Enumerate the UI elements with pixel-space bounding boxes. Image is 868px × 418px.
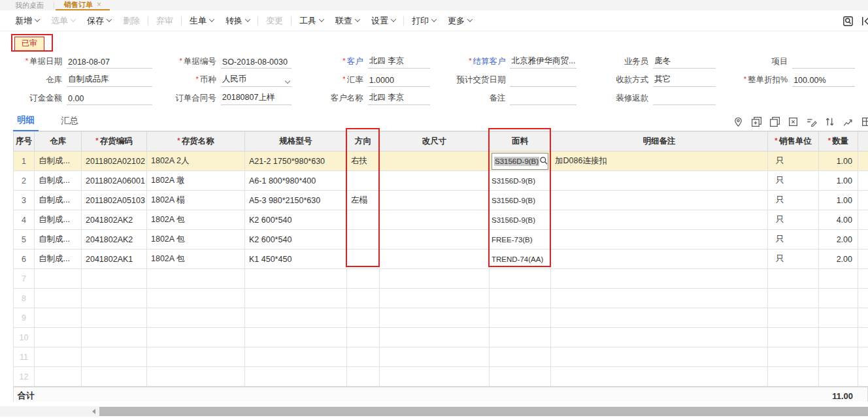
renovation-refund-input[interactable] xyxy=(653,103,716,105)
col-qty[interactable]: 数量 xyxy=(819,132,858,152)
first-record-icon[interactable] xyxy=(860,16,868,27)
tab-sales-order[interactable]: 销售订单 × xyxy=(56,0,110,10)
unapprove-button[interactable]: 弃审 xyxy=(150,15,179,27)
close-tab-icon[interactable]: × xyxy=(97,0,101,9)
settings-button[interactable]: 设置 xyxy=(365,15,401,27)
col-detail-remark[interactable]: 明细备注 xyxy=(551,132,768,152)
col-item-code[interactable]: 存货编码 xyxy=(82,132,147,152)
swap-rows-icon[interactable] xyxy=(824,116,835,127)
remark-input[interactable] xyxy=(510,103,576,105)
detail-tabs: 明细 汇总 xyxy=(13,114,868,131)
col-spec[interactable]: 规格型号 xyxy=(245,132,347,152)
col-sales-unit[interactable]: 销售单位 xyxy=(768,132,819,152)
pick-list-button[interactable]: 选单 xyxy=(45,15,81,27)
warehouse-input[interactable]: 自制成品库 xyxy=(67,74,152,87)
chevron-down-icon xyxy=(467,16,473,22)
contract-no-input[interactable]: 20180807上样 xyxy=(221,92,292,105)
grid-row-1[interactable]: 1 自制成... 2011802A02102 1802A 2人 A21-2 17… xyxy=(14,152,868,171)
grid-row-empty[interactable]: 12 xyxy=(14,367,868,387)
grid-row-5[interactable]: 5 自制成... 2041802AK2 1802A 包 K2 600*540 F… xyxy=(14,230,868,249)
grid-row-empty[interactable]: 7 xyxy=(14,269,868,289)
table-grid-icon[interactable] xyxy=(861,116,868,127)
scroll-left-arrow-icon[interactable] xyxy=(92,409,95,414)
tools-button[interactable]: 工具 xyxy=(293,15,329,27)
chevron-down-icon xyxy=(71,16,76,22)
order-date-input[interactable]: 2018-08-07 xyxy=(67,57,152,69)
exchange-rate-input[interactable]: 1.0000 xyxy=(368,76,431,87)
project-input[interactable] xyxy=(792,67,855,69)
add-row-icon[interactable] xyxy=(751,116,762,127)
copy-row-icon[interactable] xyxy=(769,116,780,127)
detail-grid: 序号 仓库 存货编码 存货名称 规格型号 方向 改尺寸 面料 明细备注 销售单位… xyxy=(13,131,868,387)
chevron-down-icon xyxy=(319,16,324,22)
tab-summary[interactable]: 汇总 xyxy=(57,115,82,131)
generate-doc-button[interactable]: 生单 xyxy=(184,15,220,27)
col-warehouse[interactable]: 仓库 xyxy=(35,132,82,152)
salesman-input[interactable]: 庞冬 xyxy=(653,56,716,69)
customer-name-input[interactable]: 北四 李京 xyxy=(368,92,431,105)
tab-divider xyxy=(54,2,54,8)
delivery-date-input[interactable] xyxy=(510,85,576,87)
grid-row-empty[interactable]: 10 xyxy=(14,328,868,347)
col-direction[interactable]: 方向 xyxy=(347,132,380,152)
fabric-selected-text: S3156D-9(B) xyxy=(494,157,539,166)
trend-icon[interactable] xyxy=(843,116,854,127)
grid-row-6[interactable]: 6 自制成... 2041802AK1 1802A 包 K1 450*450 T… xyxy=(14,249,868,269)
batch-edit-icon[interactable] xyxy=(806,116,817,127)
grid-row-empty[interactable]: 8 xyxy=(14,289,868,308)
convert-button[interactable]: 转换 xyxy=(220,15,256,27)
col-seq[interactable]: 序号 xyxy=(14,132,35,152)
field-contract-no: 订单合同号20180807上样 xyxy=(152,91,292,105)
new-button[interactable]: 新增 xyxy=(9,15,45,27)
field-warehouse: 仓库自制成品库 xyxy=(13,73,152,87)
more-button[interactable]: 更多 xyxy=(442,15,478,27)
order-no-input[interactable]: SO-2018-08-0030 xyxy=(221,57,292,69)
fabric-lookup-icon[interactable] xyxy=(539,156,548,167)
col-item-name[interactable]: 存货名称 xyxy=(147,132,245,152)
field-project: 项目 xyxy=(716,55,855,69)
grid-row-empty[interactable]: 11 xyxy=(14,347,868,367)
chevron-down-icon xyxy=(284,78,290,84)
field-customer-name: 客户名称北四 李京 xyxy=(292,91,431,105)
locate-pin-icon[interactable] xyxy=(733,116,744,127)
field-exchange-rate: 汇率1.0000 xyxy=(292,73,431,87)
grid-row-4[interactable]: 4 自制成... 2041802AK2 1802A 包 K2 600*540 S… xyxy=(14,210,868,230)
field-customer: 客户北四 李京 xyxy=(292,55,431,69)
deposit-input[interactable]: 0.00 xyxy=(67,94,152,105)
discount-input[interactable]: 100.00% xyxy=(792,76,855,87)
print-button[interactable]: 打印 xyxy=(406,15,442,27)
field-discount: 整单折扣%100.00% xyxy=(716,73,855,87)
tab-detail[interactable]: 明细 xyxy=(13,114,39,131)
main-toolbar: 新增 选单 保存 删除 弃审 生单 转换 变更 工具 联查 设置 打印 更多 xyxy=(0,10,868,31)
change-button[interactable]: 变更 xyxy=(260,15,289,27)
order-header-form: 单据日期2018-08-07 单据编号SO-2018-08-0030 客户北四 … xyxy=(0,31,868,105)
field-deposit: 订金金额0.00 xyxy=(13,91,152,105)
delete-row-icon[interactable] xyxy=(788,116,799,127)
scrollbar-thumb[interactable] xyxy=(99,407,868,416)
grid-row-2[interactable]: 2 自制成... 2011802A06001 1802A 墩 A6-1 800*… xyxy=(14,171,868,191)
field-currency: 币种人民币 xyxy=(152,73,292,87)
customer-input[interactable]: 北四 李京 xyxy=(368,56,431,69)
toolbar-divider xyxy=(181,16,182,25)
currency-select[interactable]: 人民币 xyxy=(221,74,292,87)
col-fabric[interactable]: 面料 xyxy=(490,132,551,152)
chevron-down-icon xyxy=(107,16,112,22)
linked-query-button[interactable]: 联查 xyxy=(329,15,365,27)
window-tabbar: 我的桌面 销售订单 × xyxy=(0,0,868,10)
payment-method-input[interactable]: 其它 xyxy=(653,74,716,87)
fabric-edit-cell[interactable]: S3156D-9(B) xyxy=(492,153,548,170)
field-renovation-refund: 装修返款 xyxy=(576,91,716,105)
delete-button[interactable]: 删除 xyxy=(117,15,146,27)
tab-my-desktop[interactable]: 我的桌面 xyxy=(7,0,52,10)
grid-row-3[interactable]: 3 自制成... 2011802A05103 1802A 榻 A5-3 980*… xyxy=(14,191,868,210)
status-badge-approved: 已审 xyxy=(14,37,44,51)
settle-customer-input[interactable]: 北京雅伊华商贸... xyxy=(510,56,576,69)
field-settle-customer: 结算客户北京雅伊华商贸... xyxy=(430,55,576,69)
save-button[interactable]: 保存 xyxy=(81,15,117,27)
chevron-down-icon xyxy=(35,16,40,22)
chevron-down-icon xyxy=(245,16,250,22)
col-resize[interactable]: 改尺寸 xyxy=(380,132,490,152)
grid-row-empty[interactable]: 9 xyxy=(14,308,868,328)
chevron-down-icon xyxy=(355,16,360,22)
filter-search-icon[interactable] xyxy=(843,16,854,27)
